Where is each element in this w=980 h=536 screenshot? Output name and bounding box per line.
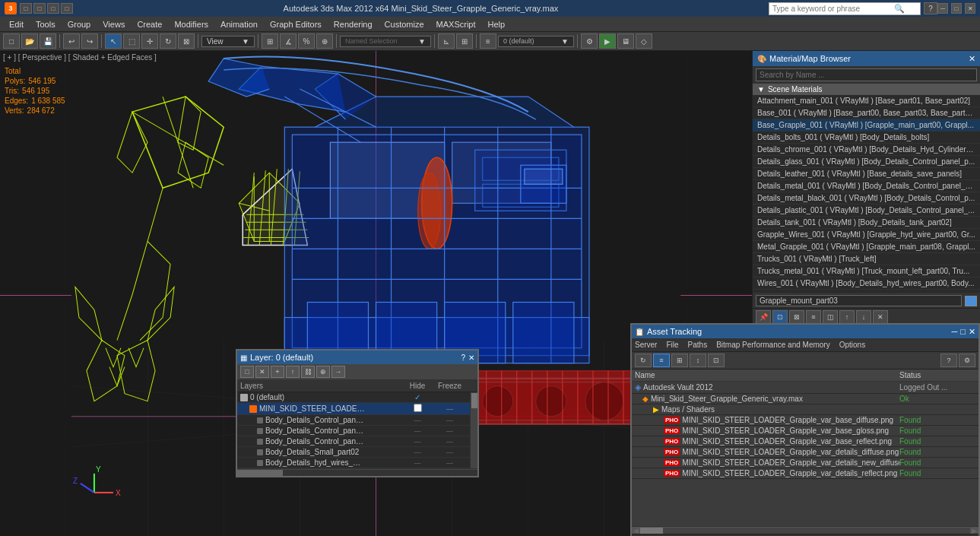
minimize-btn[interactable]: ─ <box>937 3 948 14</box>
asset-menu-paths[interactable]: Paths <box>688 341 708 349</box>
mod-icon-8[interactable]: ✕ <box>873 310 888 324</box>
asset-item-maps[interactable]: ▶ Maps / Shaders <box>632 404 978 415</box>
coord-dropdown[interactable]: View▼ <box>201 36 255 47</box>
mat-item-14[interactable]: Trucks_metal_001 ( VRayMtl ) [Truck_moun… <box>753 265 980 278</box>
layer-item-3[interactable]: Body_Details_Control_panel_part05 — — <box>237 426 470 436</box>
asset-close-btn[interactable]: ✕ <box>969 327 975 337</box>
render-setup-btn[interactable]: ⚙ <box>581 33 598 49</box>
toolbar-icon-btn[interactable]: □ <box>47 3 59 14</box>
mod-icon-7[interactable]: ↓ <box>856 310 871 324</box>
pct-snap-btn[interactable]: % <box>298 33 315 49</box>
layer-close-btn[interactable]: ✕ <box>468 354 474 362</box>
scale-btn[interactable]: ⊠ <box>178 33 195 49</box>
asset-item-img-0[interactable]: PHO MINI_SKID_STEER_LOADER_Grapple_var_b… <box>632 415 978 426</box>
menu-item-edit[interactable]: Edit <box>3 19 30 30</box>
mod-pin-btn[interactable]: 📌 <box>756 310 771 324</box>
move-btn[interactable]: ✛ <box>141 33 158 49</box>
layer-help-btn[interactable]: ? <box>461 354 465 362</box>
open-btn[interactable]: 📂 <box>21 33 38 49</box>
snap-3d-btn[interactable]: ⊞ <box>262 33 278 49</box>
toolbar-icon-btn[interactable]: □ <box>61 3 73 14</box>
mirror-btn[interactable]: ⊾ <box>438 33 455 49</box>
angle-snap-btn[interactable]: ∡ <box>280 33 297 49</box>
mat-item-15[interactable]: Wires_001 ( VRayMtl ) [Body_Details_hyd_… <box>753 278 980 290</box>
mod-icon-6[interactable]: ↑ <box>839 310 855 324</box>
mat-item-6[interactable]: Details_leather_001 ( VRayMtl ) [Base_de… <box>753 168 980 180</box>
mod-icon-2[interactable]: ⊡ <box>772 310 788 324</box>
menu-item-group[interactable]: Group <box>62 19 97 30</box>
render-btn[interactable]: ▶ <box>599 33 616 49</box>
close-btn[interactable]: ✕ <box>965 3 975 14</box>
mat-item-0[interactable]: Attachment_main_001 ( VRayMtl ) [Base_pa… <box>753 95 980 107</box>
layer-item-mini[interactable]: MINI_SKID_STEER_LOADER_Grapple_var — <box>237 403 470 415</box>
mat-item-11[interactable]: Grapple_Wires_001 ( VRayMtl ) [Grapple_h… <box>753 229 980 241</box>
array-btn[interactable]: ⊞ <box>456 33 473 49</box>
layer-expand-btn[interactable]: → <box>331 366 345 378</box>
asset-menu-options[interactable]: Options <box>839 341 865 349</box>
rotate-btn[interactable]: ↻ <box>160 33 176 49</box>
object-layer-dropdown[interactable]: 0 (default)▼ <box>498 36 574 47</box>
menu-item-tools[interactable]: Tools <box>30 19 62 30</box>
maximize-btn[interactable]: □ <box>951 3 962 14</box>
toolbar-icon-btn[interactable]: □ <box>20 3 32 14</box>
menu-item-help[interactable]: Help <box>482 19 512 30</box>
asset-menu-bitmap[interactable]: Bitmap Performance and Memory <box>716 341 830 349</box>
layer-item-0[interactable]: 0 (default) ✓ <box>237 392 470 403</box>
asset-grid-btn[interactable]: ⊞ <box>671 354 688 367</box>
asset-maximize-btn[interactable]: □ <box>960 327 966 336</box>
mat-item-7[interactable]: Details_metal_001 ( VRayMtl ) [Body_Deta… <box>753 180 980 192</box>
mat-item-13[interactable]: Trucks_001 ( VRayMtl ) [Truck_left] <box>753 253 980 265</box>
mat-item-2[interactable]: Base_Grapple_001 ( VRayMtl ) [Grapple_ma… <box>753 119 980 132</box>
menu-item-customize[interactable]: Customize <box>379 19 430 30</box>
asset-refresh-btn[interactable]: ↻ <box>635 354 652 367</box>
mat-item-10[interactable]: Details_tank_001 ( VRayMtl ) [Body_Detai… <box>753 217 980 229</box>
spinner-snap-btn[interactable]: ⊕ <box>316 33 333 49</box>
layer-delete-btn[interactable]: ✕ <box>255 366 269 378</box>
layer-item-4[interactable]: Body_Details_Control_panel_part03 — — <box>237 436 470 447</box>
menu-item-views[interactable]: Views <box>97 19 131 30</box>
asset-filter-btn[interactable]: ⊡ <box>708 354 725 367</box>
asset-item-img-1[interactable]: PHO MINI_SKID_STEER_LOADER_Grapple_var_b… <box>632 426 978 436</box>
obj-color-swatch[interactable] <box>965 296 977 306</box>
layer-item-2[interactable]: Body_Details_Control_panel_part02 — — <box>237 415 470 426</box>
asset-item-maxfile[interactable]: ◆ Mini_Skid_Steer_Grapple_Generic_vray.m… <box>632 394 978 404</box>
select-region-btn[interactable]: ⬚ <box>123 33 140 49</box>
asset-item-img-2[interactable]: PHO MINI_SKID_STEER_LOADER_Grapple_var_b… <box>632 436 978 447</box>
mod-icon-4[interactable]: ≡ <box>806 310 821 324</box>
named-sel-dropdown[interactable]: Named Selection▼ <box>340 36 431 47</box>
layer-btn[interactable]: ≡ <box>480 33 496 49</box>
asset-list-btn[interactable]: ≡ <box>653 354 670 367</box>
asset-item-img-4[interactable]: PHO MINI_SKID_STEER_LOADER_Grapple_var_d… <box>632 458 978 468</box>
new-btn[interactable]: □ <box>3 33 20 49</box>
layer-hscroll[interactable] <box>237 470 477 476</box>
layer-scrollbar[interactable] <box>470 392 477 468</box>
menu-item-maxscript[interactable]: MAXScript <box>430 19 482 30</box>
mat-scene-header[interactable]: ▼ Scene Materials <box>753 84 980 95</box>
select-btn[interactable]: ↖ <box>105 33 122 49</box>
mat-item-9[interactable]: Details_plastic_001 ( VRayMtl ) [Body_De… <box>753 205 980 217</box>
help-icon[interactable]: ? <box>924 2 937 14</box>
toolbar-icon-btn[interactable]: □ <box>33 3 46 14</box>
mat-item-8[interactable]: Details_metal_black_001 ( VRayMtl ) [Bod… <box>753 192 980 205</box>
asset-help-btn[interactable]: ? <box>940 354 957 367</box>
asset-settings-btn[interactable]: ⚙ <box>959 354 975 367</box>
mod-icon-3[interactable]: ⊠ <box>789 310 804 324</box>
mat-item-4[interactable]: Details_chrome_001 ( VRayMtl ) [Body_Det… <box>753 144 980 156</box>
menu-item-rendering[interactable]: Rendering <box>328 19 379 30</box>
layer-item-5[interactable]: Body_Details_Small_part02 — — <box>237 447 470 458</box>
mat-item-3[interactable]: Details_bolts_001 ( VRayMtl ) [Body_Deta… <box>753 132 980 144</box>
title-search-input[interactable] <box>772 5 894 13</box>
asset-sort-btn[interactable]: ↕ <box>690 354 706 367</box>
layer-merge-btn[interactable]: ⊕ <box>316 366 330 378</box>
mat-item-12[interactable]: Metal_Grapple_001 ( VRayMtl ) [Grapple_m… <box>753 241 980 253</box>
mat-search-input[interactable] <box>756 68 977 81</box>
menu-item-graph[interactable]: Graph Editors <box>264 19 328 30</box>
menu-item-animation[interactable]: Animation <box>214 19 264 30</box>
redo-btn[interactable]: ↪ <box>81 33 98 49</box>
asset-item-vault[interactable]: ◈ Autodesk Vault 2012 Logged Out ... <box>632 382 978 394</box>
object-name-input[interactable] <box>756 295 962 306</box>
mat-item-5[interactable]: Details_glass_001 ( VRayMtl ) [Body_Deta… <box>753 156 980 168</box>
layer-link-btn[interactable]: ⛓ <box>301 366 315 378</box>
mat-browser-close[interactable]: ✕ <box>969 54 975 64</box>
undo-btn[interactable]: ↩ <box>63 33 80 49</box>
